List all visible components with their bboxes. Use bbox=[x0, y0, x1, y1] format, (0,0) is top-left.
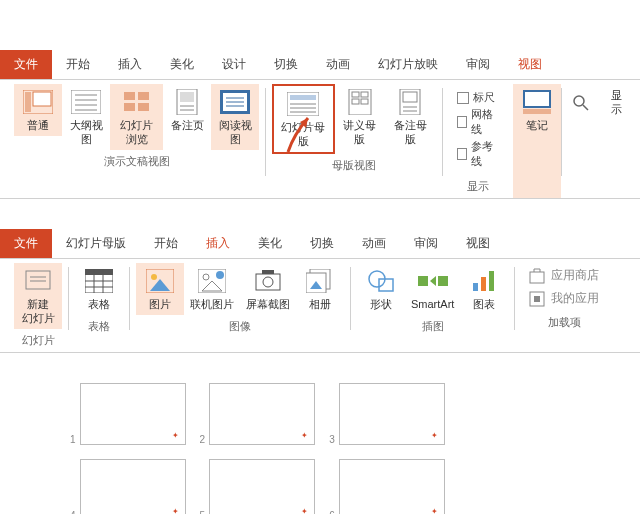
tab2-file[interactable]: 文件 bbox=[0, 229, 52, 258]
picture-icon bbox=[144, 267, 176, 295]
notes-page-button[interactable]: 备注页 bbox=[163, 84, 211, 136]
reading-view-button[interactable]: 阅读视图 bbox=[211, 84, 259, 150]
picture-button[interactable]: 图片 bbox=[136, 263, 184, 315]
tab-animation[interactable]: 动画 bbox=[312, 50, 364, 79]
slide-thumb[interactable]: ✦ bbox=[339, 383, 445, 445]
svg-rect-65 bbox=[418, 276, 428, 286]
tab2-transition[interactable]: 切换 bbox=[296, 229, 348, 258]
svg-rect-1 bbox=[25, 92, 31, 112]
notes-button[interactable]: 笔记 bbox=[513, 84, 561, 198]
new-slide-button[interactable]: 新建 幻灯片 bbox=[14, 263, 62, 329]
group-show: 标尺 网格线 参考线 显示 bbox=[443, 84, 513, 198]
chart-icon bbox=[468, 267, 500, 295]
chart-button[interactable]: 图表 bbox=[460, 263, 508, 315]
gridlines-checkbox[interactable]: 网格线 bbox=[457, 107, 499, 137]
ribbon2-toolbar: 新建 幻灯片 幻灯片 表格 表格 bbox=[0, 259, 640, 353]
tab-beautify[interactable]: 美化 bbox=[156, 50, 208, 79]
slide-thumb[interactable]: ✦ bbox=[209, 459, 315, 514]
table-button[interactable]: 表格 bbox=[75, 263, 123, 315]
my-addins-button[interactable]: 我的应用 bbox=[529, 290, 599, 307]
ruler-checkbox[interactable]: 标尺 bbox=[457, 90, 499, 105]
svg-rect-67 bbox=[438, 276, 448, 286]
notes-master-icon bbox=[394, 88, 426, 116]
svg-rect-58 bbox=[262, 270, 274, 274]
slide-sorter-icon bbox=[121, 88, 153, 116]
svg-rect-22 bbox=[290, 95, 316, 100]
tab2-animation[interactable]: 动画 bbox=[348, 229, 400, 258]
outline-view-button[interactable]: 大纲视图 bbox=[62, 84, 110, 150]
svg-rect-57 bbox=[256, 274, 280, 290]
reading-view-icon bbox=[219, 88, 251, 116]
online-picture-button[interactable]: 联机图片 bbox=[184, 263, 240, 315]
thumb-number: 4 bbox=[70, 510, 76, 514]
tab-transition[interactable]: 切换 bbox=[260, 50, 312, 79]
tab-insert[interactable]: 插入 bbox=[104, 50, 156, 79]
shapes-button[interactable]: 形状 bbox=[357, 263, 405, 315]
ribbon1-tabs: 文件 开始 插入 美化 设计 切换 动画 幻灯片放映 审阅 视图 bbox=[0, 50, 640, 80]
group-addins: 应用商店 我的应用 加载项 bbox=[515, 263, 613, 352]
addins-icon bbox=[529, 291, 545, 307]
tab2-insert[interactable]: 插入 bbox=[192, 229, 244, 258]
ribbon2-tabs: 文件 幻灯片母版 开始 插入 美化 切换 动画 审阅 视图 bbox=[0, 229, 640, 259]
svg-rect-71 bbox=[530, 272, 544, 283]
tab2-view[interactable]: 视图 bbox=[452, 229, 504, 258]
tab2-beautify[interactable]: 美化 bbox=[244, 229, 296, 258]
ribbon1-toolbar: 普通 大纲视图 幻灯片浏览 bbox=[0, 80, 640, 199]
slide-sorter-button[interactable]: 幻灯片浏览 bbox=[110, 84, 163, 150]
outline-view-icon bbox=[70, 88, 102, 116]
svg-rect-41 bbox=[26, 271, 50, 289]
tab-design[interactable]: 设计 bbox=[208, 50, 260, 79]
thumb-number: 5 bbox=[200, 510, 206, 514]
tab2-slide-master[interactable]: 幻灯片母版 bbox=[52, 229, 140, 258]
svg-rect-70 bbox=[489, 271, 494, 291]
group-presentation-views: 普通 大纲视图 幻灯片浏览 bbox=[8, 84, 265, 198]
svg-rect-31 bbox=[361, 99, 368, 104]
svg-marker-55 bbox=[202, 281, 222, 291]
screenshot-icon bbox=[252, 267, 284, 295]
handout-master-button[interactable]: 讲义母版 bbox=[335, 84, 386, 150]
notes-page-icon bbox=[171, 88, 203, 116]
svg-point-51 bbox=[151, 274, 157, 280]
slide-thumbnails: 1✦ 2✦ 3✦ 4✦ 5✦ 6✦ 7✦ 8✦ bbox=[0, 353, 640, 514]
zoom-button[interactable]: 显示 bbox=[600, 84, 632, 198]
tab-home[interactable]: 开始 bbox=[52, 50, 104, 79]
slide-thumb[interactable]: ✦ bbox=[209, 383, 315, 445]
thumb-number: 1 bbox=[70, 434, 76, 445]
thumb-number: 6 bbox=[329, 510, 335, 514]
tab-review[interactable]: 审阅 bbox=[452, 50, 504, 79]
thumb-number: 3 bbox=[329, 434, 335, 445]
slide-thumb[interactable]: ✦ bbox=[80, 383, 186, 445]
store-button[interactable]: 应用商店 bbox=[529, 267, 599, 284]
thumb-number: 2 bbox=[200, 434, 206, 445]
group-illustrations: 形状 SmartArt 图表 插图 bbox=[351, 263, 514, 352]
screenshot-button[interactable]: 屏幕截图 bbox=[240, 263, 296, 315]
search-icon[interactable] bbox=[562, 84, 600, 198]
smartart-button[interactable]: SmartArt bbox=[405, 263, 460, 315]
svg-marker-66 bbox=[430, 276, 436, 286]
normal-view-icon bbox=[22, 88, 54, 116]
tab-file[interactable]: 文件 bbox=[0, 50, 52, 79]
group-images: 图片 联机图片 屏幕截图 bbox=[130, 263, 350, 352]
notes-icon bbox=[521, 88, 553, 116]
svg-rect-38 bbox=[523, 109, 551, 114]
svg-rect-29 bbox=[361, 92, 368, 97]
annotation-arrow bbox=[286, 114, 316, 154]
tab2-home[interactable]: 开始 bbox=[140, 229, 192, 258]
svg-rect-45 bbox=[85, 269, 113, 275]
album-icon bbox=[304, 267, 336, 295]
tab-slideshow[interactable]: 幻灯片放映 bbox=[364, 50, 452, 79]
guides-checkbox[interactable]: 参考线 bbox=[457, 139, 499, 169]
svg-point-54 bbox=[203, 274, 209, 280]
tab-view[interactable]: 视图 bbox=[504, 50, 556, 79]
svg-rect-69 bbox=[481, 277, 486, 291]
svg-rect-33 bbox=[403, 92, 417, 102]
table-icon bbox=[83, 267, 115, 295]
group-slides: 新建 幻灯片 幻灯片 bbox=[8, 263, 68, 352]
slide-thumb[interactable]: ✦ bbox=[339, 459, 445, 514]
album-button[interactable]: 相册 bbox=[296, 263, 344, 315]
normal-view-button[interactable]: 普通 bbox=[14, 84, 62, 136]
new-slide-icon bbox=[22, 267, 54, 295]
notes-master-button[interactable]: 备注母版 bbox=[385, 84, 436, 150]
slide-thumb[interactable]: ✦ bbox=[80, 459, 186, 514]
tab2-review[interactable]: 审阅 bbox=[400, 229, 452, 258]
